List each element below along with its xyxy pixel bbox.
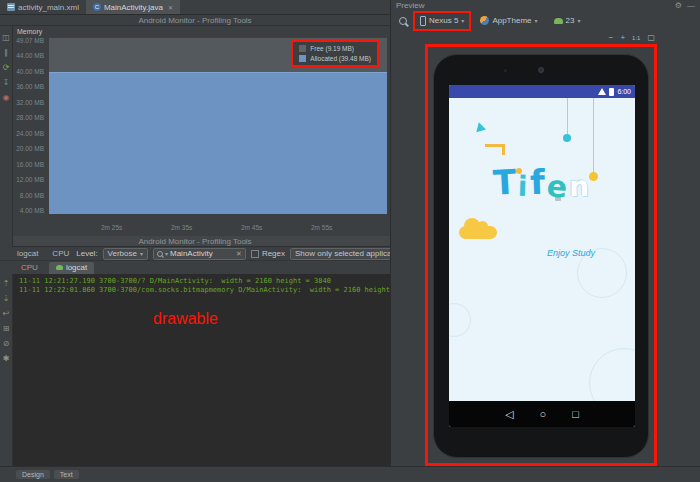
logo-letter: i bbox=[518, 170, 531, 203]
pause-icon[interactable]: ∥ bbox=[4, 49, 8, 57]
phone-preview[interactable]: 6:00 Tifen bbox=[433, 54, 649, 458]
cloud-icon bbox=[459, 226, 497, 239]
status-bar: 6:00 bbox=[449, 85, 635, 98]
device-dropdown[interactable]: Nexus 5 ▾ bbox=[417, 14, 467, 28]
heap-dump-icon[interactable]: ↧ bbox=[3, 79, 10, 87]
screenshot-icon[interactable]: ◫ bbox=[2, 34, 10, 42]
string-light-line bbox=[593, 98, 594, 172]
back-icon[interactable]: ◁ bbox=[505, 409, 513, 420]
y-tick: 49.07 MB bbox=[16, 37, 44, 44]
scroll-up-icon[interactable]: ⇡ bbox=[3, 280, 10, 288]
pane-tab-cpu[interactable]: CPU bbox=[50, 249, 71, 258]
chevron-down-icon: ▾ bbox=[461, 17, 464, 24]
search-icon bbox=[157, 251, 163, 257]
logcat-search-input[interactable] bbox=[170, 249, 234, 258]
memory-panel: Memory 49.07 MB 44.00 MB 40.00 MB 36.00 … bbox=[13, 26, 390, 236]
recents-icon[interactable]: □ bbox=[572, 409, 579, 420]
tab-activity-main-xml[interactable]: activity_main.xml bbox=[0, 0, 86, 14]
pane-tab-logcat[interactable]: logcat bbox=[15, 249, 40, 258]
memory-allocated-area bbox=[49, 72, 387, 214]
android-icon bbox=[56, 265, 63, 270]
memory-y-axis: 49.07 MB 44.00 MB 40.00 MB 36.00 MB 32.0… bbox=[13, 37, 47, 214]
y-tick: 40.00 MB bbox=[16, 68, 44, 75]
clear-search-icon[interactable]: ✕ bbox=[236, 250, 242, 258]
api-level-dropdown[interactable]: 23 ▾ bbox=[551, 14, 584, 27]
theme-icon bbox=[480, 16, 489, 25]
regex-option[interactable]: Regex bbox=[251, 249, 285, 258]
crane-icon bbox=[502, 147, 505, 155]
y-tick: 16.00 MB bbox=[16, 161, 44, 168]
zoom-actual-icon[interactable]: 1:1 bbox=[632, 33, 640, 43]
regex-checkbox[interactable] bbox=[251, 250, 259, 258]
filter-value: Show only selected application bbox=[295, 249, 404, 258]
search-icon[interactable] bbox=[399, 17, 407, 25]
subtab-cpu[interactable]: CPU bbox=[14, 262, 45, 274]
log-line: 11-11 12:21:27.190 3700-3700/? D/MainAct… bbox=[19, 277, 390, 286]
legend-free-label: Free (9.19 MB) bbox=[310, 45, 354, 52]
android-icon bbox=[554, 18, 563, 24]
log-level-label: Level: bbox=[76, 249, 97, 258]
logcat-search-box[interactable]: ▾ ✕ bbox=[153, 248, 246, 260]
wifi-icon bbox=[598, 88, 606, 95]
drawable-annotation: drawable bbox=[153, 310, 218, 328]
chevron-down-icon: ▾ bbox=[165, 250, 168, 257]
memory-x-axis: 2m 25s 2m 35s 2m 45s 2m 55s bbox=[13, 224, 390, 234]
editor-tab-bar: activity_main.xml C MainActivity.java ✕ bbox=[0, 0, 390, 15]
logcat-output: 11-11 12:21:27.190 3700-3700/? D/MainAct… bbox=[13, 274, 390, 466]
log-level-value: Verbose bbox=[108, 249, 137, 258]
wrap-icon[interactable]: ↩ bbox=[3, 310, 10, 318]
tab-label: MainActivity.java bbox=[104, 3, 163, 12]
device-icon bbox=[420, 16, 426, 26]
gear-icon[interactable]: ⚙ bbox=[675, 1, 682, 10]
logo-letter: n bbox=[569, 170, 592, 203]
zoom-fit-icon[interactable]: ▢ bbox=[647, 33, 655, 43]
legend-allocated-label: Allocated (39.48 MB) bbox=[310, 55, 371, 62]
chevron-down-icon: ▾ bbox=[577, 17, 580, 24]
preview-config-toolbar: Nexus 5 ▾ AppTheme ▾ 23 ▾ bbox=[391, 11, 700, 30]
clear-log-icon[interactable]: ⊘ bbox=[3, 340, 10, 348]
theme-dropdown[interactable]: AppTheme ▾ bbox=[477, 14, 540, 27]
legend-free-row: Free (9.19 MB) bbox=[299, 45, 371, 52]
gc-icon[interactable]: ⟳ bbox=[3, 64, 10, 72]
nav-bar: ◁ ○ □ bbox=[449, 401, 635, 427]
preview-title: Preview bbox=[396, 1, 424, 10]
x-tick: 2m 25s bbox=[101, 224, 171, 234]
camera-icon bbox=[538, 67, 544, 73]
close-icon[interactable]: ✕ bbox=[168, 4, 173, 11]
allocated-swatch-icon bbox=[299, 55, 306, 62]
device-label: Nexus 5 bbox=[429, 16, 458, 25]
scroll-down-icon[interactable]: ⇣ bbox=[3, 295, 10, 303]
logo-letter: f bbox=[529, 162, 547, 203]
y-tick: 44.00 MB bbox=[16, 52, 44, 59]
x-tick: 2m 35s bbox=[171, 224, 241, 234]
teal-bulb-icon bbox=[563, 134, 571, 142]
memory-chart: Free (9.19 MB) Allocated (39.48 MB) bbox=[49, 37, 387, 214]
hide-icon[interactable]: — bbox=[687, 1, 695, 10]
preview-header: Preview ⚙ — bbox=[391, 0, 700, 11]
logo-letter: e bbox=[546, 168, 570, 204]
legend-allocated-row: Allocated (39.48 MB) bbox=[299, 55, 371, 62]
app-tagline: Enjoy Study bbox=[547, 248, 595, 258]
y-tick: 20.00 MB bbox=[16, 145, 44, 152]
log-level-dropdown[interactable]: Verbose ▾ bbox=[103, 248, 148, 260]
console-icon[interactable]: ⊞ bbox=[3, 325, 10, 333]
tab-design[interactable]: Design bbox=[16, 470, 50, 479]
pattern-circle bbox=[589, 348, 635, 401]
android-monitor-header: Android Monitor - Profiling Tools bbox=[0, 15, 390, 26]
subtab-logcat[interactable]: logcat bbox=[49, 262, 94, 274]
y-tick: 24.00 MB bbox=[16, 130, 44, 137]
allocation-tracker-icon[interactable]: ◉ bbox=[3, 94, 10, 102]
zoom-out-icon[interactable]: − bbox=[609, 33, 614, 43]
regex-label: Regex bbox=[262, 249, 285, 258]
tab-text[interactable]: Text bbox=[54, 470, 79, 479]
chevron-down-icon: ▾ bbox=[535, 17, 538, 24]
api-level-label: 23 bbox=[566, 16, 575, 25]
subtab-label: logcat bbox=[66, 263, 87, 272]
memory-legend: Free (9.19 MB) Allocated (39.48 MB) bbox=[291, 40, 379, 67]
x-tick: 2m 45s bbox=[241, 224, 311, 234]
memory-panel-label: Memory bbox=[17, 28, 42, 35]
zoom-in-icon[interactable]: + bbox=[620, 33, 625, 43]
tab-main-activity-java[interactable]: C MainActivity.java ✕ bbox=[86, 0, 180, 14]
log-settings-icon[interactable]: ✱ bbox=[3, 355, 10, 363]
home-icon[interactable]: ○ bbox=[540, 409, 547, 420]
